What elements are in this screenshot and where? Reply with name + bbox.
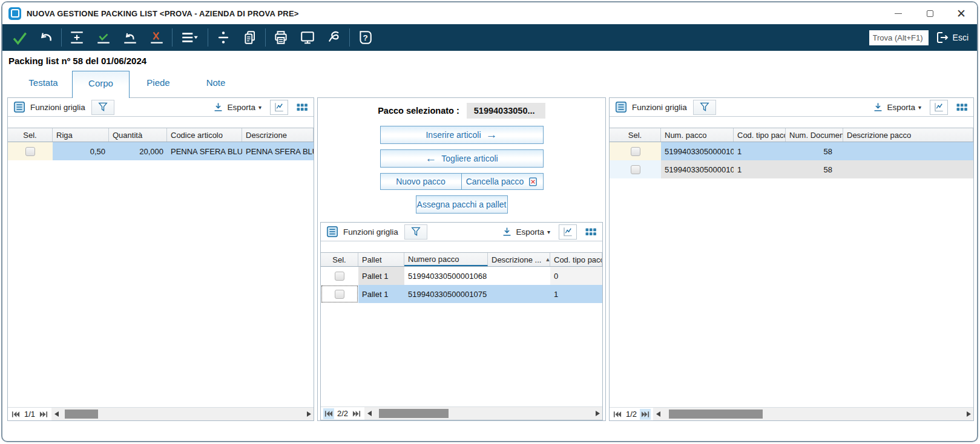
new-pack-button[interactable]: Nuovo pacco [380, 173, 462, 190]
column-header-descrizione-pacco[interactable]: Descrizione pacco [843, 128, 973, 142]
horizontal-scrollbar[interactable] [51, 408, 314, 420]
app-window: NUOVA GESTIONE PACKING LIST <PROVA - AZI… [1, 1, 978, 442]
filter-button[interactable] [404, 224, 427, 240]
horizontal-scrollbar[interactable] [653, 408, 973, 420]
last-page-button[interactable] [38, 409, 49, 420]
column-header-codice[interactable]: Codice articolo [167, 128, 242, 142]
table-row[interactable]: 519940330500001075 1 58 [610, 142, 973, 160]
tab-strip: Testata Corpo Piede Note [15, 71, 245, 98]
scroll-left-icon[interactable] [653, 408, 663, 420]
export-button[interactable]: Esporta ▾ [501, 226, 550, 238]
insert-articles-button[interactable]: Inserire articoli → [380, 126, 544, 144]
row-checkbox[interactable] [335, 290, 344, 299]
column-header-descrizione[interactable]: Descrizione ... ▲ [488, 253, 550, 266]
scrollbar-thumb[interactable] [65, 410, 98, 419]
row-checkbox[interactable] [25, 147, 35, 156]
scroll-left-icon[interactable] [364, 407, 374, 420]
table-row[interactable]: Pallet 1 519940330500001075 1 [321, 285, 602, 303]
tab-note[interactable]: Note [187, 71, 245, 98]
chart-view-button[interactable] [930, 100, 948, 115]
exit-button[interactable]: Esci [935, 30, 968, 45]
last-page-button[interactable] [640, 409, 651, 420]
cell-num-documento: 58 [786, 160, 843, 178]
column-header-quantita[interactable]: Quantità [109, 128, 167, 142]
scrollbar-thumb[interactable] [379, 409, 449, 418]
delete-row-button[interactable] [143, 27, 170, 48]
help-button[interactable]: ? [352, 27, 378, 48]
split-button[interactable] [210, 27, 237, 48]
chart-view-button[interactable] [270, 100, 288, 115]
filter-funnel-icon [699, 101, 711, 113]
remove-articles-button[interactable]: ← Togliere articoli [380, 149, 544, 168]
filter-button[interactable] [91, 100, 114, 115]
row-checkbox[interactable] [631, 165, 640, 174]
close-button[interactable]: ✕ [945, 2, 977, 24]
confirm-button[interactable] [6, 27, 33, 48]
app-logo-icon [8, 7, 21, 20]
search-input[interactable] [869, 30, 929, 45]
scroll-right-icon[interactable] [964, 408, 973, 420]
undo-button[interactable] [33, 27, 59, 48]
first-page-icon [613, 411, 622, 418]
column-header-riga[interactable]: Riga [53, 128, 109, 142]
first-page-button[interactable] [10, 409, 21, 420]
confirm-row-button[interactable] [90, 27, 117, 48]
column-header-cod-tipo[interactable]: Cod. tipo pacco [734, 128, 786, 142]
grid-functions-button[interactable]: Funzioni griglia [30, 103, 85, 112]
grid-toolbar: Funzioni griglia Esporta ▾ [610, 98, 973, 117]
table-row[interactable]: 0,50 20,000 PENNA SFERA BLU PENNA SFERA … [8, 142, 314, 160]
scroll-right-icon[interactable] [593, 407, 602, 420]
export-button[interactable]: Esporta ▾ [872, 102, 921, 113]
table-row[interactable]: 519940330500001075 1 58 [610, 160, 973, 178]
grid-functions-button[interactable]: Funzioni griglia [632, 103, 687, 112]
last-page-button[interactable] [351, 408, 362, 419]
exit-label: Esci [953, 33, 968, 42]
insert-row-button[interactable] [64, 27, 90, 48]
column-header-sel[interactable]: Sel. [8, 128, 53, 142]
first-page-button[interactable] [323, 408, 334, 419]
horizontal-scrollbar[interactable] [364, 407, 602, 420]
layout-grid-button[interactable] [955, 102, 968, 113]
column-header-pallet[interactable]: Pallet [358, 253, 404, 266]
column-header-cod-tipo[interactable]: Cod. tipo pacc [550, 253, 602, 266]
filter-button[interactable] [693, 100, 716, 115]
first-page-button[interactable] [612, 409, 623, 420]
cell-cod-tipo: 1 [550, 285, 602, 303]
row-checkbox[interactable] [335, 272, 344, 281]
column-header-num-pacco[interactable]: Num. pacco [661, 128, 734, 142]
grid-functions-button[interactable]: Funzioni griglia [343, 227, 398, 237]
column-header-sel[interactable]: Sel. [321, 253, 358, 266]
tab-piede[interactable]: Piede [130, 71, 187, 98]
pack-actions-panel: Pacco selezionato : 51994033050... Inser… [317, 97, 606, 421]
tab-testata[interactable]: Testata [15, 71, 72, 98]
column-header-descrizione[interactable]: Descrizione [242, 128, 314, 142]
tab-corpo[interactable]: Corpo [72, 71, 130, 98]
scroll-left-icon[interactable] [51, 408, 61, 420]
column-header-numero-pacco[interactable]: Numero pacco [404, 253, 488, 266]
export-button[interactable]: Esporta ▾ [212, 102, 261, 113]
minimize-button[interactable] [883, 2, 914, 24]
preview-button[interactable] [294, 27, 321, 48]
delete-pack-button[interactable]: Cancella pacco [462, 173, 544, 190]
table-row[interactable]: Pallet 1 519940330500001068 0 [321, 267, 602, 285]
column-header-num-documento[interactable]: Num. Documento [786, 128, 843, 142]
group-by-area [8, 117, 314, 128]
chart-icon [933, 102, 945, 113]
row-checkbox[interactable] [631, 147, 640, 156]
layout-grid-button[interactable] [584, 227, 597, 237]
scrollbar-thumb[interactable] [669, 410, 763, 419]
pdf-button[interactable] [321, 27, 347, 48]
maximize-button[interactable] [914, 2, 945, 24]
menu-button[interactable] [174, 27, 206, 48]
layout-grid-button[interactable] [295, 102, 309, 113]
column-header-sel[interactable]: Sel. [610, 128, 661, 142]
print-button[interactable] [268, 27, 294, 48]
grid-functions-icon [326, 225, 339, 238]
restore-row-button[interactable] [117, 27, 143, 48]
new-pack-label: Nuovo pacco [396, 177, 446, 186]
assign-packs-button[interactable]: Assegna pacchi a pallet [416, 195, 508, 214]
menu-icon [180, 30, 200, 45]
chart-view-button[interactable] [559, 224, 577, 240]
copy-document-button[interactable] [237, 27, 263, 48]
scroll-right-icon[interactable] [304, 408, 314, 420]
